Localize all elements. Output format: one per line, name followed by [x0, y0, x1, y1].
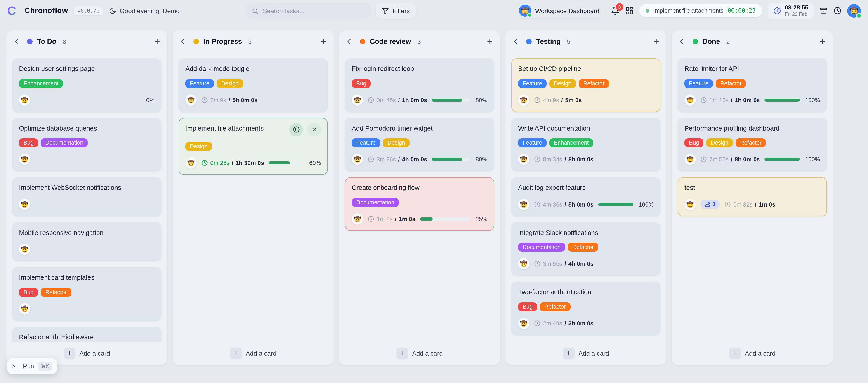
plus-icon: + [729, 348, 741, 359]
total-time: 1h 0m 0s [735, 96, 760, 103]
card[interactable]: Rate limiter for APIFeatureRefactor🤠1m 1… [678, 58, 827, 112]
card-top: Implement card templates [19, 274, 155, 282]
run-command-button[interactable]: >_ Run ⌘K [7, 358, 57, 374]
column-title: Done [703, 37, 720, 46]
total-time: 5h 0m 0s [568, 201, 594, 208]
tag-feature: Feature [684, 79, 713, 88]
column-collapse-button[interactable] [513, 38, 519, 45]
clock-widget: 03:28:55 Fri 20 Feb [768, 3, 814, 19]
column-code-review: Code review3+Fix login redirect loopBug🤠… [339, 30, 500, 365]
card[interactable]: Two-factor authenticationBugRefactor🤠2m … [511, 282, 660, 335]
column-collapse-button[interactable] [679, 38, 685, 45]
card[interactable]: Implement WebSocket notifications🤠 [12, 177, 161, 216]
card-time: 0m 32s/1m 0s [724, 201, 775, 208]
moon-icon [109, 7, 116, 14]
stop-timer-button[interactable]: × [307, 123, 321, 136]
card-title: Set up CI/CD pipeline [518, 65, 581, 73]
card-top: Write API documentation [518, 124, 654, 133]
workspace-avatar: 🤠 [519, 5, 531, 17]
user-avatar[interactable]: 🤠 [847, 4, 861, 18]
card[interactable]: Add dark mode toggleFeatureDesign🤠7m 9s/… [179, 58, 328, 112]
card-title: Add dark mode toggle [185, 65, 250, 73]
card[interactable]: Set up CI/CD pipelineFeatureDesignRefact… [511, 58, 660, 112]
card[interactable]: Implement file attachments×Design🤠0m 28s… [179, 118, 328, 175]
tag-refactor: Refactor [41, 288, 71, 297]
pause-timer-button[interactable] [289, 123, 303, 136]
close-icon: × [312, 126, 316, 133]
card[interactable]: Performance profiling dashboardBugDesign… [678, 118, 827, 171]
archive-button[interactable] [819, 6, 828, 15]
total-time: 8h 0m 0s [735, 156, 760, 163]
add-card-button[interactable]: +Add a card [505, 342, 666, 365]
card-top: Implement file attachments× [185, 124, 321, 136]
chevron-left-icon [180, 38, 186, 45]
card-time: 8m 34s/8h 0m 0s [534, 156, 594, 163]
card-avatar: 🤠 [19, 154, 30, 165]
card[interactable]: Fix login redirect loopBug🤠0m 45s/1h 0m … [345, 58, 494, 112]
card[interactable]: Implement card templatesBugRefactor🤠 [12, 267, 161, 321]
card[interactable]: Refactor auth middleware🤠 [12, 327, 161, 342]
card-top: Rate limiter for API [684, 65, 820, 73]
column-count: 3 [248, 38, 252, 45]
card[interactable]: Design user settings pageEnhancement🤠0% [12, 58, 161, 112]
add-card-button[interactable]: +Add a card [672, 342, 833, 365]
column-collapse-button[interactable] [13, 38, 20, 45]
card[interactable]: Mobile responsive navigation🤠 [12, 222, 161, 261]
board-view-button[interactable] [625, 6, 634, 15]
card-footer: 🤠1m 15s/1h 0m 0s100% [684, 94, 820, 105]
chevron-left-icon [679, 38, 685, 45]
card-time: 3m 55s/4h 0m 0s [534, 260, 594, 267]
active-timer-pill[interactable]: Implement file attachments 00:00:27 [639, 4, 762, 18]
card-footer: 🤠2m 49s/3h 0m 0s [518, 318, 654, 329]
filters-button[interactable]: Filters [376, 3, 416, 19]
column-color-dot [526, 39, 532, 44]
time-history-button[interactable] [833, 6, 842, 15]
greeting: Good evening, Demo [109, 7, 180, 14]
card[interactable]: Audit log export feature🤠4m 36s/5h 0m 0s… [511, 177, 660, 216]
card[interactable]: Optimize database queriesBugDocumentatio… [12, 118, 161, 171]
search-input[interactable] [263, 7, 366, 14]
dashboard-grid-icon [625, 6, 634, 15]
card-avatar: 🤠 [352, 154, 363, 165]
card-tags: BugDesignRefactor [684, 138, 820, 147]
progress-fill [432, 158, 463, 161]
column-collapse-button[interactable] [180, 38, 186, 45]
add-card-icon-button[interactable]: + [653, 37, 659, 46]
add-card-icon-button[interactable]: + [154, 37, 160, 46]
add-card-button[interactable]: +Add a card [173, 342, 334, 365]
add-card-icon-button[interactable]: + [487, 37, 493, 46]
card-title: Create onboarding flow [352, 184, 420, 192]
column-color-dot [360, 39, 365, 44]
tag-design: Design [383, 138, 410, 147]
progress-bar [598, 203, 633, 206]
kanban-board: To Do8+Design user settings pageEnhancem… [6, 30, 833, 365]
progress-percent: 80% [475, 96, 487, 103]
card-title: Performance profiling dashboard [684, 124, 780, 133]
card[interactable]: Write API documentationFeatureEnhancemen… [511, 118, 660, 171]
elapsed-time: 1m 2s [377, 215, 393, 222]
tag-refactor: Refactor [716, 79, 746, 88]
card[interactable]: Create onboarding flowDocumentation🤠1m 2… [345, 177, 494, 231]
card-top: Optimize database queries [19, 124, 155, 133]
workspace-switcher[interactable]: 🤠 Workspace Dashboard [517, 3, 605, 19]
column-cards: Fix login redirect loopBug🤠0m 45s/1h 0m … [339, 53, 500, 342]
card[interactable]: Integrate Slack notificationsDocumentati… [511, 222, 660, 276]
card[interactable]: Add Pomodoro timer widgetFeatureDesign🤠3… [345, 118, 494, 171]
user-status-dot [856, 13, 862, 19]
card-time: 0m 45s/1h 0m 0s [368, 96, 427, 103]
card-time: 1m 15s/1h 0m 0s [700, 96, 760, 103]
card[interactable]: test🤠10m 32s/1m 0s [678, 177, 827, 216]
tag-feature: Feature [352, 138, 380, 147]
card-time: 4m 9s/5m 0s [534, 96, 582, 103]
card-tags: BugRefactor [518, 302, 654, 311]
add-card-button[interactable]: +Add a card [339, 342, 500, 365]
add-card-icon-button[interactable]: + [320, 37, 327, 46]
add-card-icon-button[interactable]: + [819, 37, 826, 46]
progress-percent: 0% [146, 96, 155, 103]
column-collapse-button[interactable] [346, 38, 352, 45]
notifications-button[interactable]: 3 [611, 6, 620, 15]
pomodoro-count-badge: 1 [700, 200, 720, 209]
card-footer: 🤠 [19, 303, 155, 315]
progress-fill [432, 98, 463, 101]
card-tags: BugRefactor [19, 288, 155, 297]
